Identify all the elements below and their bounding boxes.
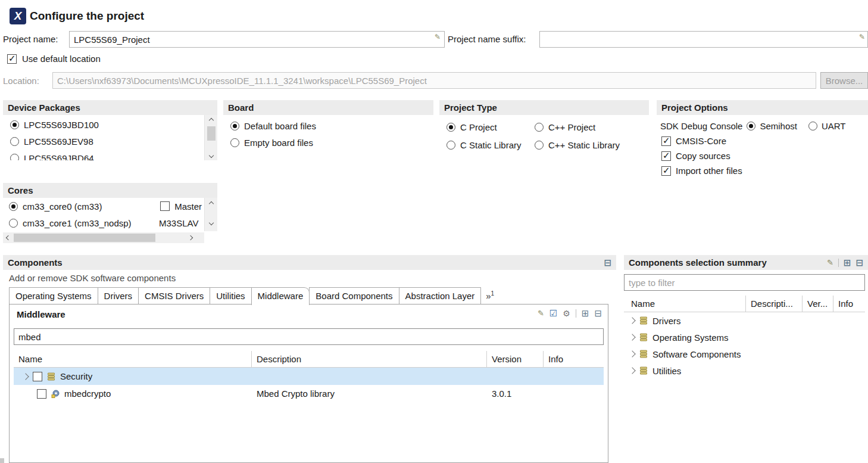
tab-middleware[interactable]: Middleware — [251, 287, 310, 305]
collapse-all-icon[interactable]: ⊟ — [594, 309, 602, 318]
device-package-option[interactable]: LPC55S69JBD64 — [3, 150, 204, 160]
device-packages-scrollbar[interactable] — [204, 115, 217, 160]
radio-button[interactable] — [535, 141, 544, 150]
tab-cmsis-drivers[interactable]: CMSIS Drivers — [138, 287, 210, 304]
project-type-option[interactable]: C++ Static Library — [527, 136, 649, 153]
expand-icon[interactable] — [629, 350, 635, 357]
select-components-icon[interactable]: ☑ — [549, 309, 557, 318]
middleware-table-header[interactable]: Name Description Version Info — [14, 351, 604, 368]
column-header-description[interactable]: Description — [252, 351, 487, 367]
tab-operating-systems[interactable]: Operating Systems — [9, 287, 98, 304]
option-label: Semihost — [760, 121, 797, 131]
radio-button[interactable] — [10, 154, 19, 161]
tab-board-components[interactable]: Board Components — [309, 287, 399, 304]
scroll-down-button[interactable] — [205, 150, 217, 160]
checkbox[interactable] — [661, 136, 671, 146]
radio-button[interactable] — [9, 219, 18, 228]
middleware-row-mbedcrypto[interactable]: mbedcrypto Mbed Crypto library 3.0.1 — [14, 385, 604, 402]
project-type-option[interactable]: C Project — [439, 119, 527, 135]
radio-button[interactable] — [535, 123, 544, 132]
use-default-location-checkbox[interactable] — [7, 54, 17, 64]
edit-icon[interactable]: ✎ — [538, 309, 544, 317]
tab-overflow-indicator[interactable]: »1 — [486, 286, 494, 304]
scroll-up-button[interactable] — [205, 115, 217, 125]
project-type-option[interactable]: C Static Library — [439, 136, 527, 153]
expand-all-icon[interactable]: ⊞ — [582, 309, 589, 318]
summary-table: Name Descripti... Ver... Info Drivers — [624, 296, 865, 379]
semihost-radio[interactable] — [747, 122, 755, 130]
maximize-icon[interactable]: ⊞ — [844, 258, 851, 267]
expand-icon[interactable] — [22, 373, 29, 380]
expand-icon[interactable] — [629, 367, 635, 374]
component-info — [544, 368, 604, 385]
board-option[interactable]: Default board files — [223, 117, 433, 134]
component-checkbox[interactable] — [37, 389, 46, 399]
board-option[interactable]: Empty board files — [223, 134, 433, 151]
column-header-description[interactable]: Descripti... — [746, 296, 803, 312]
scrollbar-thumb[interactable] — [207, 126, 216, 141]
radio-button[interactable] — [9, 202, 18, 211]
tab-utilities[interactable]: Utilities — [210, 287, 251, 304]
summary-tree-item-software-components[interactable]: Software Components — [624, 346, 865, 362]
radio-button[interactable] — [447, 141, 455, 150]
device-package-option[interactable]: LPC55S69JBD100 — [3, 116, 204, 133]
component-icon — [639, 333, 648, 341]
cores-horizontal-scrollbar[interactable] — [3, 232, 204, 243]
summary-table-header[interactable]: Name Descripti... Ver... Info — [624, 296, 865, 312]
middleware-row-security[interactable]: Security — [14, 368, 604, 385]
scroll-left-button[interactable] — [3, 232, 14, 243]
component-checkbox[interactable] — [33, 372, 42, 381]
expand-icon[interactable] — [629, 334, 635, 340]
project-type-option[interactable]: C++ Project — [527, 119, 649, 135]
radio-button[interactable] — [10, 120, 19, 129]
column-header-version[interactable]: Version — [487, 351, 544, 367]
radio-button[interactable] — [10, 137, 19, 146]
column-header-name[interactable]: Name — [624, 296, 746, 312]
core-option[interactable]: cm33_core1 (cm33_nodsp) M33SLAV — [3, 215, 204, 231]
project-name-input[interactable] — [69, 31, 445, 48]
column-header-info[interactable]: Info — [833, 296, 865, 312]
cores-vertical-scrollbar[interactable] — [204, 198, 217, 231]
import-other-files-option[interactable]: Import other files — [660, 163, 868, 178]
project-name-suffix-input[interactable] — [539, 31, 868, 48]
column-header-name[interactable]: Name — [14, 351, 252, 367]
browse-button[interactable]: Browse... — [820, 72, 868, 89]
tab-drivers[interactable]: Drivers — [98, 287, 139, 304]
summary-tree-item-utilities[interactable]: Utilities — [624, 362, 865, 379]
copy-sources-option[interactable]: Copy sources — [660, 148, 868, 163]
option-label: Copy sources — [676, 151, 730, 161]
scroll-corner — [0, 458, 4, 463]
radio-button[interactable] — [230, 122, 239, 130]
expand-icon[interactable] — [629, 317, 635, 324]
radio-button[interactable] — [447, 123, 455, 132]
summary-tree-item-operating-systems[interactable]: Operating Systems — [624, 329, 865, 346]
tab-abstraction-layer[interactable]: Abstraction Layer — [399, 287, 482, 304]
checkbox[interactable] — [661, 151, 671, 161]
minimize-icon[interactable]: ⊟ — [855, 258, 863, 267]
scrollbar-thumb[interactable] — [14, 234, 155, 242]
device-packages-list: LPC55S69JBD100 LPC55S69JEV98 LPC55S69JBD… — [3, 116, 204, 160]
scroll-down-button[interactable] — [205, 218, 217, 228]
column-header-info[interactable]: Info — [544, 351, 604, 367]
collapse-section-icon[interactable]: ⊟ — [604, 258, 611, 267]
radio-button[interactable] — [230, 138, 239, 147]
checkbox[interactable] — [661, 166, 671, 176]
column-header-version[interactable]: Ver... — [803, 296, 833, 312]
scroll-up-button[interactable] — [205, 199, 217, 209]
cmsis-core-option[interactable]: CMSIS-Core — [660, 133, 868, 148]
summary-filter-input[interactable] — [624, 274, 865, 291]
filter-settings-icon[interactable]: ⚙ — [563, 309, 570, 318]
device-package-option[interactable]: LPC55S69JEV98 — [3, 133, 204, 150]
uart-radio[interactable] — [808, 122, 817, 130]
scroll-right-button[interactable] — [185, 232, 196, 243]
edit-icon[interactable]: ✎ — [827, 259, 833, 266]
use-default-location-option[interactable]: Use default location — [7, 54, 101, 64]
core-option[interactable]: cm33_core0 (cm33) Master — [3, 198, 204, 215]
toolbar-separator — [576, 309, 576, 318]
component-name: mbedcrypto — [64, 389, 111, 399]
cores-list: cm33_core0 (cm33) Master cm33_core1 (cm3… — [3, 198, 204, 231]
middleware-filter-input[interactable] — [14, 328, 604, 345]
summary-tree-item-drivers[interactable]: Drivers — [624, 312, 865, 329]
device-packages-header: Device Packages — [3, 100, 217, 115]
master-checkbox[interactable] — [160, 201, 170, 211]
